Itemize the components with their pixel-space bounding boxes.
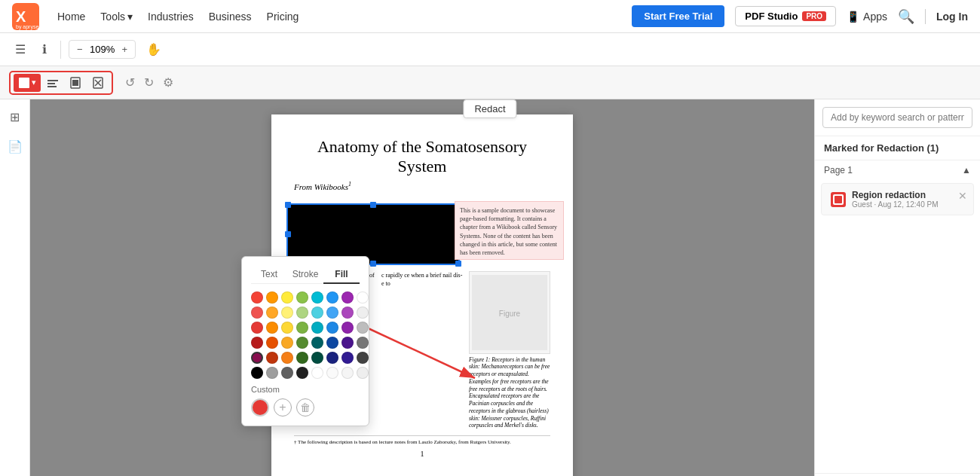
layers-button[interactable]: 📄 (3, 135, 27, 158)
file-info-button[interactable]: ℹ (36, 38, 53, 60)
left-sidebar: ⊞ 📄 (0, 99, 30, 476)
color-swatch-25[interactable] (266, 337, 278, 349)
color-swatch-36[interactable] (311, 352, 323, 364)
tab-stroke[interactable]: Stroke (287, 266, 323, 283)
color-swatch-32[interactable] (251, 352, 263, 364)
color-swatch-2[interactable] (281, 291, 293, 304)
color-swatch-41[interactable] (266, 367, 278, 379)
color-swatch-14[interactable] (341, 307, 354, 319)
color-swatch-15[interactable] (357, 307, 369, 319)
color-swatch-27[interactable] (296, 337, 308, 349)
remove-redaction-button[interactable]: ✕ (958, 190, 967, 202)
tab-text[interactable]: Text (251, 266, 287, 283)
nav-pricing[interactable]: Pricing (267, 11, 299, 23)
color-swatch-46[interactable] (341, 367, 354, 379)
nav-right: Start Free Trial PDF Studio PRO 📱 Apps 🔍… (632, 5, 968, 27)
delete-custom-color-button[interactable]: 🗑 (296, 398, 314, 416)
region-redact-button[interactable]: ▾ (14, 74, 41, 92)
redaction-item-title: Region redaction (852, 190, 964, 200)
color-swatch-44[interactable] (311, 367, 323, 379)
nav-apps[interactable]: 📱 Apps (847, 11, 887, 23)
color-swatch-10[interactable] (281, 307, 293, 319)
color-swatch-33[interactable] (266, 352, 278, 364)
color-swatch-38[interactable] (341, 352, 354, 364)
toggle-panel-button[interactable]: ⊞ (5, 105, 24, 129)
svg-text:by apryse: by apryse (16, 24, 38, 30)
cross-out-button[interactable] (87, 74, 109, 92)
search-button[interactable]: 🔍 (898, 8, 914, 25)
nav-tools-dropdown[interactable]: Tools ▾ (100, 11, 133, 23)
color-swatch-45[interactable] (326, 367, 338, 379)
handle-mid-left[interactable] (285, 231, 291, 237)
redact-label: Redact (463, 99, 516, 118)
color-swatch-42[interactable] (281, 367, 293, 379)
color-swatch-0[interactable] (251, 291, 263, 304)
color-swatch-34[interactable] (281, 352, 293, 364)
color-swatch-20[interactable] (311, 322, 323, 334)
color-swatch-18[interactable] (281, 322, 293, 334)
color-swatch-13[interactable] (326, 307, 338, 319)
color-swatch-7[interactable] (357, 291, 369, 304)
document-area[interactable]: Anatomy of the Somatosensory System From… (30, 99, 814, 476)
start-free-trial-button[interactable]: Start Free Trial (632, 5, 724, 27)
color-swatch-31[interactable] (357, 337, 369, 349)
undo-button[interactable]: ↺ (122, 72, 138, 93)
add-custom-color-button[interactable]: + (274, 398, 292, 416)
text-redact-button[interactable] (42, 74, 63, 92)
color-swatch-30[interactable] (341, 337, 354, 349)
color-swatch-47[interactable] (357, 367, 369, 379)
page-redact-button[interactable] (65, 74, 86, 92)
handle-bottom-right[interactable] (455, 261, 461, 267)
login-link[interactable]: Log In (936, 11, 968, 23)
color-swatch-37[interactable] (326, 352, 338, 364)
color-swatch-11[interactable] (296, 307, 308, 319)
redact-toolbar: ▾ ↺ ↻ ⚙ (0, 66, 980, 99)
settings-button[interactable]: ⚙ (160, 72, 176, 93)
pdf-studio-button[interactable]: PDF Studio PRO (735, 6, 836, 26)
color-swatch-8[interactable] (251, 307, 263, 319)
handle-bottom-center[interactable] (370, 261, 376, 267)
color-swatch-12[interactable] (311, 307, 323, 319)
page-header[interactable]: Page 1 ▲ (815, 160, 980, 180)
color-swatch-23[interactable] (357, 322, 369, 334)
color-swatch-35[interactable] (296, 352, 308, 364)
zoom-out-button[interactable]: − (74, 42, 86, 56)
color-swatch-21[interactable] (326, 322, 338, 334)
color-swatch-5[interactable] (326, 291, 338, 304)
tab-fill[interactable]: Fill (323, 266, 360, 284)
svg-rect-4 (47, 80, 58, 81)
nav-business[interactable]: Business (209, 11, 252, 23)
custom-label: Custom (251, 385, 360, 394)
color-swatch-9[interactable] (266, 307, 278, 319)
custom-color-swatch[interactable] (251, 398, 269, 416)
redo-button[interactable]: ↻ (141, 72, 157, 93)
document-subtitle: From Wikibooks1 (294, 181, 550, 191)
color-swatch-1[interactable] (266, 291, 278, 304)
nav-industries[interactable]: Industries (148, 11, 194, 23)
handle-top-center[interactable] (370, 202, 376, 208)
sidebar-toggle-button[interactable]: ☰ (9, 38, 32, 60)
color-swatch-26[interactable] (281, 337, 293, 349)
color-swatch-6[interactable] (341, 291, 354, 304)
color-swatch-16[interactable] (251, 322, 263, 334)
color-swatch-24[interactable] (251, 337, 263, 349)
figure-image: Figure (469, 271, 550, 354)
zoom-in-button[interactable]: + (119, 42, 131, 56)
color-swatch-29[interactable] (326, 337, 338, 349)
color-swatch-17[interactable] (266, 322, 278, 334)
color-swatch-43[interactable] (296, 367, 308, 379)
color-swatch-19[interactable] (296, 322, 308, 334)
logo[interactable]: X by apryse (12, 3, 39, 30)
color-swatch-28[interactable] (311, 337, 323, 349)
figure-svg: Figure (472, 275, 547, 350)
color-swatch-4[interactable] (311, 291, 323, 304)
color-swatch-3[interactable] (296, 291, 308, 304)
hand-tool-button[interactable]: ✋ (140, 38, 167, 60)
search-input[interactable] (822, 107, 972, 128)
main-layout: ⊞ 📄 Anatomy of the Somatosensory System … (0, 99, 980, 476)
nav-home[interactable]: Home (57, 11, 85, 23)
color-swatch-40[interactable] (251, 367, 263, 379)
color-swatch-39[interactable] (357, 352, 369, 364)
color-swatch-22[interactable] (341, 322, 354, 334)
handle-top-left[interactable] (285, 202, 291, 208)
